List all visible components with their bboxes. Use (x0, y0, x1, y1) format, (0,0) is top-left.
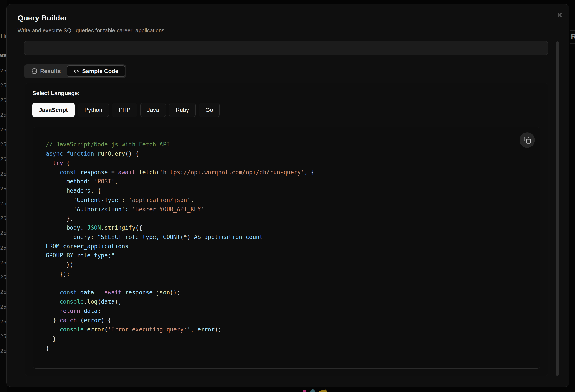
code-icon (73, 68, 79, 74)
tab-sample-code-label: Sample Code (82, 68, 119, 75)
background-bottom-fragment-pink (303, 390, 307, 392)
language-button-java[interactable]: Java (141, 103, 166, 117)
background-left-table-row: 025 (0, 97, 6, 103)
sql-query-editor[interactable] (24, 41, 548, 55)
background-table-left-edge: l fiate025025025025025025025025025025025… (0, 0, 7, 392)
background-divider (141, 0, 141, 4)
code-line: async function runQuery() { (46, 149, 531, 158)
background-left-table-row: 025 (0, 333, 6, 339)
results-samplecode-tabs: Results Sample Code (24, 64, 126, 78)
code-line: // JavaScript/Node.js with Fetch API (46, 140, 531, 149)
code-line: } (46, 334, 531, 343)
background-right-fragment: R (571, 33, 575, 40)
background-left-table-row: 025 (0, 112, 6, 118)
language-button-go[interactable]: Go (199, 103, 220, 117)
background-left-table-row: 025 (0, 304, 6, 310)
query-builder-dialog: Query Builder Write and execute SQL quer… (6, 4, 570, 387)
background-left-table-row: 025 (0, 142, 6, 147)
database-icon (31, 68, 37, 74)
code-line: FROM career_applications (46, 242, 531, 251)
dialog-title: Query Builder (18, 14, 67, 22)
background-left-table-row: 025 (0, 230, 6, 236)
code-line: } (46, 343, 531, 353)
dialog-subtitle: Write and execute SQL queries for table … (18, 27, 165, 34)
background-left-table-row: 025 (0, 289, 6, 295)
code-line: 'Content-Type': 'application/json', (46, 195, 531, 205)
language-button-php[interactable]: PHP (112, 103, 137, 117)
background-left-table-row: 025 (0, 156, 6, 162)
code-line: return data; (46, 306, 531, 316)
code-content: // JavaScript/Node.js with Fetch APIasyn… (46, 140, 531, 360)
background-table-right-edge: R (570, 0, 575, 392)
code-line: 'Authorization': 'Bearer YOUR_API_KEY' (46, 205, 531, 214)
tab-results[interactable]: Results (25, 65, 67, 77)
code-line (46, 279, 531, 288)
background-left-table-row: 025 (0, 127, 6, 133)
background-bottom-fragment-teal (310, 389, 316, 392)
background-left-table-row: 025 (0, 245, 6, 251)
code-line: const data = await response.json(); (46, 288, 531, 297)
code-line: body: JSON.stringify({ (46, 223, 531, 232)
code-line: query: "SELECT role_type, COUNT(*) AS ap… (46, 232, 531, 242)
code-line: }) (46, 260, 531, 269)
tab-results-label: Results (40, 68, 61, 75)
close-button[interactable] (555, 10, 564, 20)
code-line: headers: { (46, 186, 531, 195)
language-button-python[interactable]: Python (78, 103, 109, 117)
background-left-table-row: 025 (0, 260, 6, 266)
background-left-table-row: 025 (0, 274, 6, 280)
sample-code-panel: Select Language: JavaScript Python PHP J… (25, 83, 548, 376)
background-left-table-row: 025 (0, 83, 6, 89)
code-line: try { (46, 158, 531, 168)
background-right-hairline (570, 79, 575, 79)
code-line: } catch (error) { (46, 316, 531, 325)
background-left-table-row: 025 (0, 201, 6, 207)
code-line: }, (46, 214, 531, 223)
background-right-hairline (570, 43, 575, 44)
code-line: }); (46, 269, 531, 279)
background-right-hairline (570, 30, 575, 31)
language-button-ruby[interactable]: Ruby (169, 103, 196, 117)
modal-scrollbar-thumb[interactable] (556, 41, 559, 376)
background-left-table-row: 025 (0, 68, 6, 74)
background-left-table-row: 025 (0, 186, 6, 192)
tab-sample-code[interactable]: Sample Code (67, 65, 125, 77)
background-left-table-row: 025 (0, 319, 6, 325)
background-left-table-row: 025 (0, 171, 6, 177)
language-button-javascript[interactable]: JavaScript (32, 103, 75, 117)
background-bottom-fragment-yellow (318, 389, 327, 392)
language-button-row: JavaScript Python PHP Java Ruby Go (32, 103, 220, 117)
close-icon (556, 12, 563, 18)
background-left-table-row: 025 (0, 215, 6, 221)
background-left-fragment: ate (0, 52, 6, 58)
background-left-table-row: 025 (0, 348, 6, 354)
code-sample-block: // JavaScript/Node.js with Fetch APIasyn… (33, 127, 540, 369)
background-left-fragment: l fi (0, 33, 6, 39)
code-line: console.error('Error executing query:', … (46, 325, 531, 334)
code-line: console.log(data); (46, 297, 531, 306)
code-line: const response = await fetch('https://ap… (46, 168, 531, 177)
code-line: GROUP BY role_type;" (46, 251, 531, 260)
select-language-label: Select Language: (32, 90, 80, 97)
code-line: method: 'POST', (46, 177, 531, 186)
